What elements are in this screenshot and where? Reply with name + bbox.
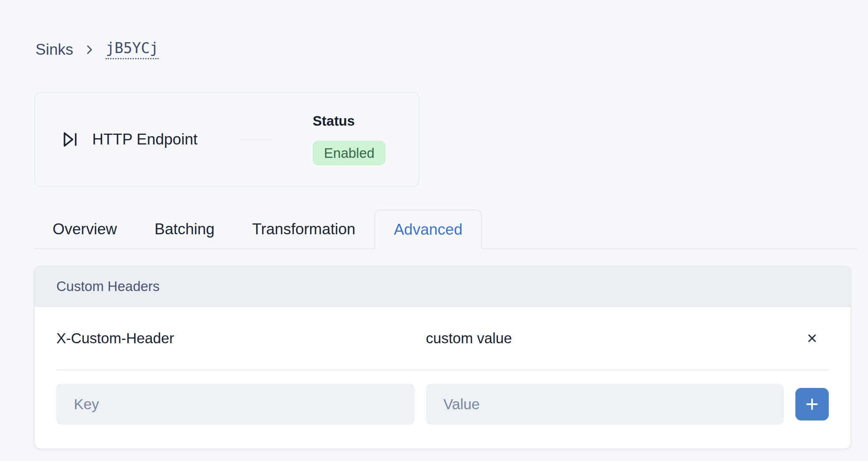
header-row: X-Custom-Header custom value [56,307,829,370]
header-value-value: custom value [426,330,784,347]
panel-body: X-Custom-Header custom value [35,307,850,448]
chevron-right-icon [83,43,96,56]
remove-header-button[interactable] [801,327,823,349]
breadcrumb: Sinks jB5YCj [35,40,868,59]
skip-forward-icon [61,130,80,149]
add-header-row [56,384,829,425]
tab-transformation[interactable]: Transformation [233,210,374,248]
key-input[interactable] [56,384,414,425]
x-mark-icon [806,332,818,344]
status-badge: Enabled [313,141,386,166]
status-label: Status [313,113,386,129]
sink-type-title: HTTP Endpoint [92,131,197,148]
panel-title: Custom Headers [35,266,850,307]
tab-overview[interactable]: Overview [34,210,136,248]
add-header-button[interactable] [795,388,829,420]
plus-icon [804,396,820,413]
tab-advanced[interactable]: Advanced [374,210,482,249]
breadcrumb-sinks-link[interactable]: Sinks [35,41,73,58]
card-divider [238,139,272,140]
tab-batching[interactable]: Batching [136,210,233,248]
status-section: Status Enabled [313,113,386,166]
custom-headers-panel: Custom Headers X-Custom-Header custom va… [34,266,851,449]
sink-tabs: Overview Batching Transformation Advance… [34,210,857,249]
breadcrumb-sink-id[interactable]: jB5YCj [106,40,158,59]
value-input[interactable] [426,384,784,425]
header-key-value: X-Custom-Header [56,330,414,347]
sink-summary-card: HTTP Endpoint Status Enabled [34,92,419,187]
